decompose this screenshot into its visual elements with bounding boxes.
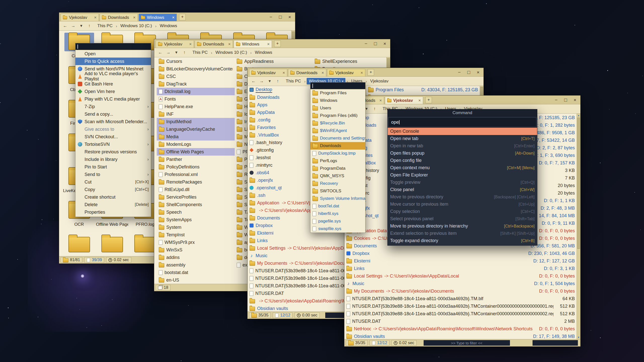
file-row[interactable]: AFonts	[157, 95, 235, 103]
drive-menu-item[interactable]: Recovery	[310, 180, 365, 187]
file-row[interactable]: LanguageOverlayCache	[157, 125, 235, 133]
file-row[interactable]: Panther	[157, 156, 235, 163]
breadcrumb-item[interactable]: Windows 10 (C:)	[118, 23, 154, 29]
maximize-button[interactable]: □	[374, 41, 377, 46]
command-item[interactable]: Open new tab[Ctrl+T]	[388, 135, 537, 142]
context-menu-item[interactable]: SVN Checkout...	[75, 133, 151, 141]
tab-close-icon[interactable]: ×	[189, 42, 192, 47]
file-row[interactable]: System	[157, 223, 235, 231]
command-item[interactable]: Extend selection to previous item[Shift+…	[388, 230, 537, 237]
tab-downloads[interactable]: Downloads×	[100, 14, 138, 21]
context-menu-item[interactable]: Add to VLC media player's Playlist	[75, 73, 151, 80]
file-row[interactable]: Obsidian vaultsD: 17, F: 149, 38 MB	[344, 333, 577, 339]
tab-windows[interactable]: Windows×	[139, 14, 177, 21]
file-row[interactable]: EksterniD: 12, F: 127, 12 GB	[344, 257, 577, 265]
drive-menu-item[interactable]: Program Files (x86)	[310, 112, 365, 119]
breadcrumb-item[interactable]: Windows 10 (C:)	[213, 49, 249, 56]
tab-close-icon[interactable]: ×	[133, 15, 136, 20]
dropdown-filter-input[interactable]	[310, 82, 365, 89]
breadcrumb-item[interactable]: Windows	[253, 49, 274, 56]
command-item[interactable]: Open in new tab[Ctrl+Enter]	[388, 142, 537, 150]
drive-menu-item[interactable]: Program Files	[310, 89, 365, 97]
drive-menu-item[interactable]: System Volume Information	[310, 195, 365, 202]
drive-menu-item[interactable]: ProgramData	[310, 165, 365, 172]
drive-menu-item[interactable]: Documents and Settings	[310, 134, 365, 142]
file-row[interactable]: SystemApps	[157, 216, 235, 223]
drive-menu-item[interactable]: swapfile.sys	[310, 225, 365, 233]
command-item[interactable]: Move cursor to previous item[Ctrl+Up]	[388, 201, 537, 208]
file-row[interactable]: Speech	[157, 208, 235, 216]
file-row[interactable]: Program FilesD: 43034, F: 125185, 23 GB	[366, 86, 480, 94]
scrollbar-thumb[interactable]	[577, 118, 580, 249]
file-row[interactable]: WinSxS	[157, 246, 235, 254]
close-button[interactable]: ×	[383, 41, 386, 46]
file-row[interactable]: AppReadiness	[235, 58, 313, 65]
icon-grid-item[interactable]	[63, 233, 96, 256]
file-row[interactable]: Cursors	[157, 58, 235, 65]
context-menu-item[interactable]: Open Vim here	[75, 88, 151, 95]
file-row[interactable]: My Documents -> C:\Users\Vjekoslav\Docum…	[344, 287, 577, 295]
maximize-button[interactable]: □	[467, 70, 470, 75]
file-row[interactable]: Professional.xml	[157, 171, 235, 178]
file-row[interactable]: RtlExUpd.dll	[157, 186, 235, 193]
context-menu-item[interactable]: 7-Zip›	[75, 103, 151, 110]
file-row[interactable]: InputMethod	[157, 118, 235, 125]
file-row[interactable]: RemotePackages	[157, 178, 235, 186]
up-button[interactable]: ↑	[86, 23, 93, 29]
forward-button[interactable]: →	[165, 49, 172, 56]
command-item[interactable]: Open config file	[388, 157, 537, 164]
tab-close-icon[interactable]: ×	[321, 70, 324, 75]
forward-button[interactable]: →	[258, 78, 265, 84]
file-row[interactable]: DropboxD: 230, F: 1043, 46 GB	[344, 250, 577, 257]
command-item[interactable]: Toggle expand directory[Ctrl+B]	[388, 237, 537, 244]
command-item[interactable]: Open File Explorer	[388, 171, 537, 179]
back-button[interactable]: ←	[62, 23, 69, 29]
drive-menu-item[interactable]: Downloads	[310, 142, 365, 150]
forward-button[interactable]: →	[70, 23, 77, 29]
file-row[interactable]: PolicyDefinitions	[157, 163, 235, 171]
close-button[interactable]: ×	[574, 98, 576, 102]
drive-menu-item[interactable]: PerfLogs	[310, 157, 365, 165]
file-row[interactable]: ShellExperiences	[313, 58, 390, 65]
maximize-button[interactable]: □	[564, 98, 567, 102]
tab-bar[interactable]: Vjekoslav×Downloads×Windows×+ −□×	[59, 13, 295, 21]
context-menu-item[interactable]: Copy[Ctrl+C]	[75, 186, 151, 193]
breadcrumb-item[interactable]: This PC	[190, 49, 210, 56]
context-menu-item[interactable]: Delete[Delete]	[75, 201, 151, 208]
context-menu-item[interactable]: Send a copy...	[75, 110, 151, 118]
command-item[interactable]: Close panel[Ctrl+W]	[388, 186, 537, 193]
back-button[interactable]: ←	[250, 78, 257, 84]
pane-filter-input[interactable]	[533, 340, 578, 346]
tab-bar[interactable]: Vjekoslav×Downloads×Vjekoslav×+ −□×	[248, 68, 484, 77]
tab-close-icon[interactable]: ×	[360, 70, 363, 75]
file-row[interactable]: ServiceProfiles	[157, 193, 235, 201]
command-item[interactable]: Open Console	[388, 128, 537, 135]
drive-menu-item[interactable]: bootTel.dat	[310, 202, 365, 210]
history-dropdown-button[interactable]: ▾	[266, 78, 273, 84]
file-row[interactable]: NTUSER.DAT{53b39e88-18c4-11ea-a811-000d3…	[344, 310, 577, 318]
file-row[interactable]: addins	[157, 254, 235, 261]
tab-close-icon[interactable]: ×	[172, 15, 175, 20]
file-row[interactable]: en-US	[157, 276, 235, 284]
tab-vjekoslav[interactable]: Vjekoslav×	[61, 14, 99, 21]
file-row[interactable]: HelpPane.exe	[157, 103, 235, 110]
icon-grid-item[interactable]	[96, 233, 129, 256]
context-menu-item[interactable]: Open	[75, 50, 151, 58]
command-item[interactable]: Toggle preview[Ctrl+Q]	[388, 179, 537, 186]
type-to-filter-input[interactable]: >> Type to filter <<	[424, 340, 510, 346]
drive-menu-item[interactable]: Windows	[310, 97, 365, 104]
context-menu-item[interactable]: TortoiseSVN›	[75, 141, 151, 148]
new-tab-button[interactable]: +	[179, 14, 186, 20]
command-item[interactable]: Move to previous directory[Backspace] [C…	[388, 193, 537, 201]
scroll-down-icon[interactable]: ▼	[577, 336, 580, 339]
tab-close-icon[interactable]: ×	[94, 15, 97, 20]
tab-close-icon[interactable]: ×	[228, 42, 231, 47]
history-dropdown-button[interactable]: ▾	[78, 23, 85, 29]
file-row[interactable]: INF	[157, 110, 235, 118]
file-row[interactable]: CSC	[157, 73, 235, 80]
file-row[interactable]: Offline Web Pages	[157, 148, 235, 156]
drive-menu-item[interactable]: $WinREAgent	[310, 127, 365, 134]
tab-vjekoslav[interactable]: Vjekoslav×	[156, 40, 194, 48]
command-palette-input[interactable]: ope	[389, 118, 536, 126]
file-row[interactable]: BitLockerDiscoveryVolumeContents	[157, 65, 235, 73]
